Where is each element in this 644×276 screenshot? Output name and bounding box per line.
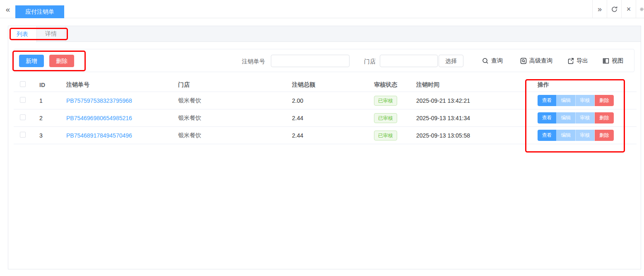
- page-tab-active[interactable]: 应付注销单: [15, 5, 64, 18]
- row-delete-button[interactable]: 删除: [595, 130, 614, 141]
- order-no-link[interactable]: PB754689178494570496: [66, 132, 132, 139]
- col-header-time: 注销时间: [408, 81, 529, 89]
- table-row: 2 PB754696980654985216 银米餐饮 2.44 已审核 202…: [14, 109, 637, 127]
- row-checkbox[interactable]: [20, 114, 26, 120]
- col-header-store: 门店: [170, 81, 284, 89]
- cell-id: 1: [31, 97, 58, 104]
- order-no-link[interactable]: PB757597538323795968: [66, 97, 132, 104]
- col-header-order-no: 注销单号: [58, 81, 170, 89]
- row-edit-button[interactable]: 编辑: [557, 112, 576, 123]
- advanced-search-icon: [520, 58, 527, 64]
- top-tab-bar: « 应付注销单 » ×: [0, 0, 644, 18]
- app-window: « 应付注销单 » × 列表 详情 新增 删除 注销单号 门店 选择: [0, 0, 644, 276]
- row-edit-button[interactable]: 编辑: [557, 130, 576, 141]
- order-no-input[interactable]: [271, 55, 350, 67]
- row-checkbox[interactable]: [20, 97, 26, 103]
- sub-tab-strip: 列表 详情: [8, 26, 641, 42]
- add-button[interactable]: 新增: [19, 55, 44, 67]
- view-button[interactable]: 视图: [603, 57, 623, 65]
- row-audit-button[interactable]: 审核: [576, 95, 595, 106]
- view-layout-icon: [603, 58, 609, 64]
- row-audit-button[interactable]: 审核: [576, 130, 595, 141]
- table-header-row: ID 注销单号 门店 注销总额 审核状态 注销时间 操作: [14, 78, 637, 92]
- expand-tabs-icon[interactable]: »: [592, 0, 607, 18]
- col-header-total: 注销总额: [284, 81, 366, 89]
- cell-total: 2.44: [284, 115, 366, 121]
- row-audit-button[interactable]: 审核: [576, 112, 595, 123]
- tab-list[interactable]: 列表: [8, 26, 37, 42]
- store-input[interactable]: [380, 55, 438, 67]
- cell-total: 2.00: [284, 97, 366, 104]
- col-header-actions: 操作: [529, 81, 637, 89]
- table-row: 1 PB757597538323795968 银米餐饮 2.00 已审核 202…: [14, 92, 637, 109]
- order-no-filter-label: 注销单号: [242, 58, 265, 65]
- order-no-link[interactable]: PB754696980654985216: [66, 115, 132, 121]
- cell-store: 银米餐饮: [170, 114, 284, 122]
- row-delete-button[interactable]: 删除: [595, 112, 614, 123]
- cell-time: 2025-09-13 13:41:34: [408, 115, 529, 121]
- row-action-group: 查看 编辑 审核 删除: [538, 112, 614, 123]
- tab-detail[interactable]: 详情: [37, 26, 65, 42]
- cell-time: 2025-09-21 13:42:21: [408, 97, 529, 104]
- row-view-button[interactable]: 查看: [538, 112, 557, 123]
- cell-store: 银米餐饮: [170, 97, 284, 104]
- row-action-group: 查看 编辑 审核 删除: [538, 95, 614, 106]
- delete-button[interactable]: 删除: [49, 55, 74, 67]
- status-badge: 已审核: [374, 96, 397, 106]
- collapse-tabs-icon[interactable]: «: [2, 4, 13, 15]
- cell-time: 2025-09-13 13:05:58: [408, 132, 529, 139]
- export-button[interactable]: 导出: [567, 57, 588, 65]
- store-select-button[interactable]: 选择: [439, 55, 463, 67]
- row-view-button[interactable]: 查看: [538, 130, 557, 141]
- store-filter-label: 门店: [364, 58, 376, 65]
- cell-total: 2.44: [284, 132, 366, 139]
- query-button[interactable]: 查询: [482, 57, 503, 65]
- table-row: 3 PB754689178494570496 银米餐饮 2.44 已审核 202…: [14, 127, 637, 144]
- orders-table: ID 注销单号 门店 注销总额 审核状态 注销时间 操作 1 PB7575975…: [14, 78, 637, 144]
- col-header-id: ID: [31, 82, 58, 88]
- row-action-group: 查看 编辑 审核 删除: [538, 130, 614, 141]
- row-view-button[interactable]: 查看: [538, 95, 557, 106]
- status-badge: 已审核: [374, 131, 397, 140]
- refresh-icon[interactable]: [607, 0, 621, 18]
- select-all-checkbox[interactable]: [20, 81, 26, 87]
- search-icon: [482, 58, 489, 64]
- row-delete-button[interactable]: 删除: [595, 95, 614, 106]
- cell-store: 银米餐饮: [170, 132, 284, 139]
- col-header-status: 审核状态: [366, 81, 408, 89]
- row-edit-button[interactable]: 编辑: [557, 95, 576, 106]
- cell-id: 2: [31, 115, 58, 121]
- settings-gear-icon[interactable]: [636, 0, 644, 18]
- status-badge: 已审核: [374, 113, 397, 123]
- window-controls: » ×: [592, 0, 644, 18]
- close-icon[interactable]: ×: [621, 0, 636, 18]
- export-icon: [567, 58, 574, 64]
- row-checkbox[interactable]: [20, 132, 26, 138]
- advanced-query-button[interactable]: 高级查询: [520, 57, 552, 65]
- toolbar: 新增 删除 注销单号 门店 选择 查询 高级查询 导出: [14, 49, 634, 72]
- cell-id: 3: [31, 132, 58, 139]
